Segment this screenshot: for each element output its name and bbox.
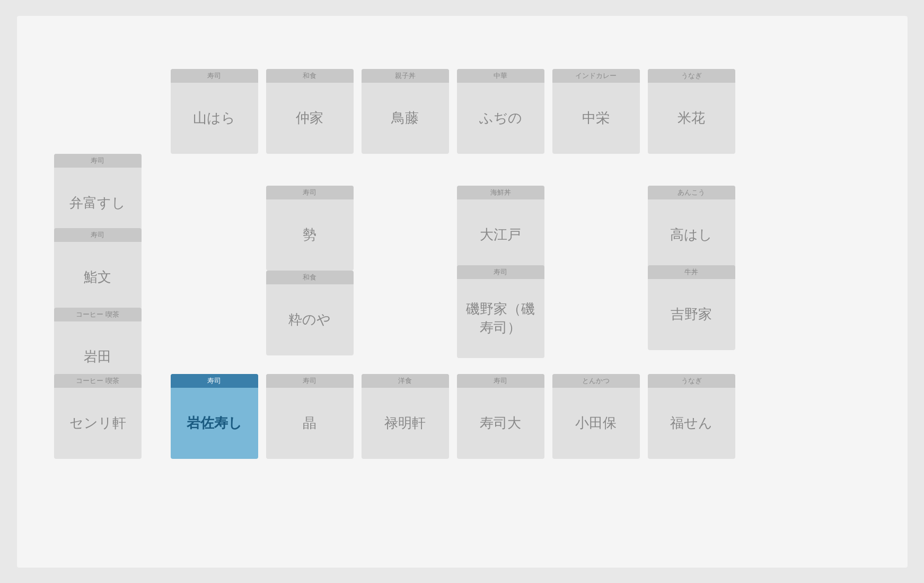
category-label: とんかつ (552, 374, 640, 388)
restaurant-card-nakaya[interactable]: 和食仲家 (266, 69, 354, 154)
restaurant-name: 山はら (171, 83, 258, 154)
restaurant-name: 大江戸 (457, 199, 544, 271)
restaurant-name: 鮨文 (54, 242, 142, 313)
restaurant-name: 米花 (648, 83, 735, 154)
restaurant-card-sei[interactable]: 寿司勢 (266, 186, 354, 271)
category-label: 寿司 (457, 265, 544, 279)
category-label: 洋食 (362, 374, 449, 388)
restaurant-card-isono[interactable]: 寿司磯野家（磯寿司） (457, 265, 544, 358)
restaurant-name: 中栄 (552, 83, 640, 154)
restaurant-card-toritou[interactable]: 親子丼鳥藤 (362, 69, 449, 154)
restaurant-name: 勢 (266, 199, 354, 271)
restaurant-name: 晶 (266, 388, 354, 459)
restaurant-card-sushifumi[interactable]: 寿司鮨文 (54, 228, 142, 313)
restaurant-name: 粋のや (266, 284, 354, 355)
category-label: 寿司 (457, 374, 544, 388)
restaurant-card-sushidai[interactable]: 寿司寿司大 (457, 374, 544, 459)
category-label: 寿司 (266, 374, 354, 388)
restaurant-name: 高はし (648, 199, 735, 271)
restaurant-card-komenoya[interactable]: 和食粋のや (266, 271, 354, 355)
restaurant-card-fuzino[interactable]: 中華ふぢの (457, 69, 544, 154)
category-label: 寿司 (171, 374, 258, 388)
category-label: 親子丼 (362, 69, 449, 83)
category-label: コーヒー 喫茶 (54, 308, 142, 321)
category-label: 寿司 (266, 186, 354, 199)
category-label: 和食 (266, 271, 354, 284)
restaurant-card-bentomi[interactable]: 寿司弁富すし (54, 154, 142, 239)
restaurant-card-rokumeikan[interactable]: 洋食禄明軒 (362, 374, 449, 459)
restaurant-card-oedo[interactable]: 海鮮丼大江戸 (457, 186, 544, 271)
main-container: 寿司山はら和食仲家親子丼鳥藤中華ふぢのインドカレー中栄うなぎ米花寿司弁富すし寿司… (17, 16, 908, 568)
restaurant-card-odabo[interactable]: とんかつ小田保 (552, 374, 640, 459)
restaurant-card-senriken[interactable]: コーヒー 喫茶センリ軒 (54, 374, 142, 459)
category-label: 寿司 (54, 154, 142, 168)
category-label: うなぎ (648, 374, 735, 388)
category-label: あんこう (648, 186, 735, 199)
restaurant-card-fukusen[interactable]: うなぎ福せん (648, 374, 735, 459)
restaurant-card-yamahar[interactable]: 寿司山はら (171, 69, 258, 154)
category-label: インドカレー (552, 69, 640, 83)
category-label: コーヒー 喫茶 (54, 374, 142, 388)
restaurant-name: 吉野家 (648, 279, 735, 350)
category-label: 和食 (266, 69, 354, 83)
restaurant-name: 磯野家（磯寿司） (457, 279, 544, 358)
restaurant-card-takahashi[interactable]: あんこう高はし (648, 186, 735, 271)
restaurant-name: ふぢの (457, 83, 544, 154)
category-label: 牛丼 (648, 265, 735, 279)
restaurant-name: 禄明軒 (362, 388, 449, 459)
restaurant-card-yonehana[interactable]: うなぎ米花 (648, 69, 735, 154)
grid-area: 寿司山はら和食仲家親子丼鳥藤中華ふぢのインドカレー中栄うなぎ米花寿司弁富すし寿司… (38, 37, 886, 546)
restaurant-name: 岩佐寿し (171, 388, 258, 459)
category-label: 寿司 (171, 69, 258, 83)
category-label: 中華 (457, 69, 544, 83)
restaurant-card-yoshinoya[interactable]: 牛丼吉野家 (648, 265, 735, 350)
restaurant-card-chueicurry[interactable]: インドカレー中栄 (552, 69, 640, 154)
restaurant-name: 福せん (648, 388, 735, 459)
category-label: うなぎ (648, 69, 735, 83)
restaurant-name: 鳥藤 (362, 83, 449, 154)
restaurant-card-akira[interactable]: 寿司晶 (266, 374, 354, 459)
restaurant-name: 仲家 (266, 83, 354, 154)
restaurant-name: 小田保 (552, 388, 640, 459)
category-label: 海鮮丼 (457, 186, 544, 199)
restaurant-name: センリ軒 (54, 388, 142, 459)
category-label: 寿司 (54, 228, 142, 242)
restaurant-name: 寿司大 (457, 388, 544, 459)
restaurant-card-iwasasushi[interactable]: 寿司岩佐寿し (171, 374, 258, 459)
